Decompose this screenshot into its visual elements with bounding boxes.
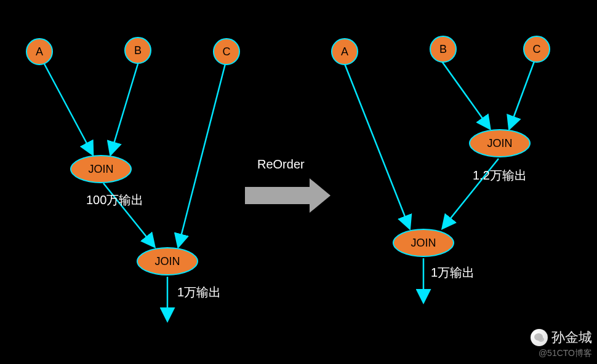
node-label: B: [134, 44, 142, 57]
watermark: 孙金城 @51CTO博客: [531, 328, 592, 359]
right-node-c: C: [523, 36, 550, 63]
svg-line-8: [345, 64, 409, 228]
node-label: A: [341, 46, 348, 58]
left-join-1: JOIN: [70, 155, 132, 183]
right-join-2: JOIN: [393, 229, 454, 257]
node-label: C: [223, 46, 231, 58]
watermark-sub: @51CTO博客: [531, 348, 592, 359]
node-label: A: [36, 46, 43, 58]
node-label: C: [533, 43, 541, 56]
arrow-shaft: [245, 187, 310, 204]
left-node-b: B: [124, 37, 151, 64]
reorder-arrow: [245, 178, 331, 213]
arrow-head: [310, 178, 331, 213]
left-node-a: A: [26, 38, 53, 65]
svg-line-5: [442, 61, 489, 128]
join-label: JOIN: [88, 163, 113, 176]
svg-line-6: [510, 61, 534, 128]
wechat-icon: [531, 329, 548, 346]
left-node-c: C: [213, 38, 240, 65]
right-join-1: JOIN: [469, 129, 531, 157]
left-join-2-out: 1万输出: [177, 284, 221, 301]
right-node-b: B: [430, 36, 457, 63]
left-join-1-out: 100万输出: [86, 192, 143, 208]
join-label: JOIN: [154, 255, 180, 268]
svg-line-0: [44, 64, 92, 154]
svg-line-3: [178, 64, 225, 246]
watermark-name: 孙金城: [551, 328, 592, 347]
join-label: JOIN: [487, 137, 512, 150]
right-join-1-out: 1.2万输出: [473, 167, 527, 184]
right-node-a: A: [331, 38, 358, 65]
right-join-2-out: 1万输出: [431, 264, 475, 281]
left-join-2: JOIN: [137, 247, 198, 275]
svg-line-1: [111, 64, 138, 154]
reorder-label: ReOrder: [257, 157, 305, 172]
node-label: B: [439, 43, 447, 56]
join-label: JOIN: [411, 237, 436, 250]
